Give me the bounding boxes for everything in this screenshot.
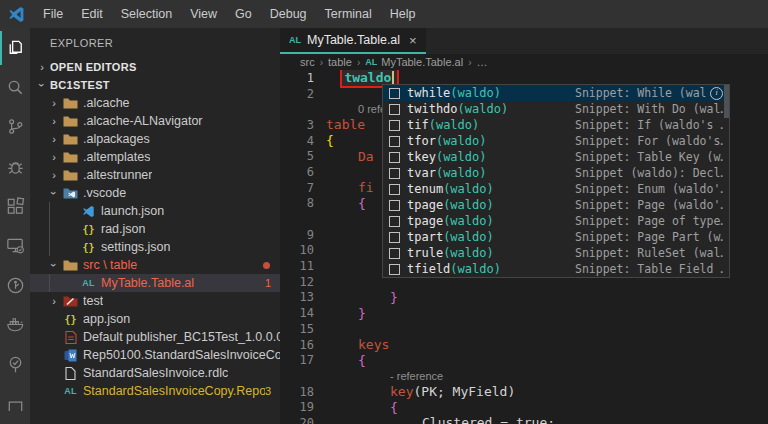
tree-item-test[interactable]: ›test bbox=[30, 292, 280, 310]
explorer-sidebar: EXPLORER ›OPEN EDITORS›BC1STEST›.alcache… bbox=[30, 28, 280, 424]
tree-item-alpackages[interactable]: ›.alpackages bbox=[30, 130, 280, 148]
suggestion-tpage[interactable]: tpage(waldo)Snippet: Page (waldo'… bbox=[383, 197, 729, 213]
menu-terminal[interactable]: Terminal bbox=[316, 7, 381, 21]
breadcrumb-item-table[interactable]: table bbox=[328, 56, 352, 68]
tree-item-mytable-table-al[interactable]: ALMyTable.Table.al1 bbox=[30, 274, 280, 292]
partial-bottom-icon[interactable] bbox=[0, 384, 30, 424]
line-number: 3 bbox=[280, 118, 314, 132]
chevron-right-icon[interactable]: › bbox=[46, 97, 62, 109]
tree-item-altestrunner[interactable]: ›.altestrunner bbox=[30, 166, 280, 184]
suggestion-param: (waldo) bbox=[443, 182, 494, 196]
tree-item-app-json[interactable]: {}app.json bbox=[30, 310, 280, 328]
tree-item-src-table[interactable]: ›src \ table bbox=[30, 256, 280, 274]
menu-edit[interactable]: Edit bbox=[72, 7, 112, 21]
codelens-label[interactable]: - reference bbox=[390, 370, 443, 382]
suggestion-twhile[interactable]: twhile(waldo)Snippet: While (wal…i bbox=[383, 85, 729, 101]
suggestion-tvar[interactable]: tvar(waldo)Snippet (waldo): Decl… bbox=[383, 165, 729, 181]
breadcrumb-separator-icon: › bbox=[468, 57, 471, 68]
tree-item-alcache-alnavigator[interactable]: ›.alcache-ALNavigator bbox=[30, 112, 280, 130]
tree-item-rep50100-standardsalesinvoicecopy-docx[interactable]: Rep50100.StandardSalesInvoiceCopy.docx bbox=[30, 346, 280, 364]
suggestion-detail: Snippet: Table Field … bbox=[575, 262, 723, 276]
suggestion-param: (waldo) bbox=[443, 230, 494, 244]
suggestion-param: (waldo) bbox=[436, 150, 487, 164]
suggest-scrollbar[interactable] bbox=[724, 85, 729, 118]
tree-item-altemplates[interactable]: ›.altemplates bbox=[30, 148, 280, 166]
chevron-down-icon[interactable]: › bbox=[34, 79, 50, 91]
line-number: 15 bbox=[280, 322, 314, 336]
al-icon: AL bbox=[62, 384, 79, 398]
tree-item-vscode[interactable]: ›.vscode bbox=[30, 184, 280, 202]
breadcrumb-item-file[interactable]: MyTable.Table.al bbox=[381, 56, 463, 68]
chevron-right-icon[interactable]: › bbox=[46, 169, 62, 181]
remote-monitor-icon[interactable] bbox=[0, 226, 30, 266]
suggestion-name: trule bbox=[407, 246, 443, 260]
tab-mytable-table-al[interactable]: AL MyTable.Table.al × bbox=[280, 28, 426, 54]
tree-item-launch-json[interactable]: launch.json bbox=[30, 202, 280, 220]
tree-item-default-publisher-bc15test-1-0-0-0-app[interactable]: Default publisher_BC15Test_1.0.0.0.app bbox=[30, 328, 280, 346]
extensions-icon[interactable] bbox=[0, 186, 30, 226]
tree-item-settings-json[interactable]: {}settings.json bbox=[30, 238, 280, 256]
tree-item-bc1stest[interactable]: ›BC1STEST bbox=[30, 76, 280, 94]
suggestion-detail: Snippet: Page (waldo'… bbox=[575, 198, 723, 212]
breadcrumb-tail[interactable]: … bbox=[477, 56, 488, 68]
suggestion-tfor[interactable]: tfor(waldo)Snippet: For (waldo's… bbox=[383, 133, 729, 149]
tree-item-open-editors[interactable]: ›OPEN EDITORS bbox=[30, 58, 280, 76]
debug-icon[interactable] bbox=[0, 147, 30, 187]
tree-item-rad-json[interactable]: {}rad.json bbox=[30, 220, 280, 238]
code-line-17: 17{ bbox=[280, 352, 768, 368]
chevron-right-icon[interactable]: › bbox=[46, 295, 62, 307]
close-icon[interactable]: × bbox=[409, 34, 417, 47]
json-icon: {} bbox=[80, 222, 97, 236]
line-number: 16 bbox=[280, 338, 314, 352]
suggestion-tenum[interactable]: tenum(waldo)Snippet: Enum (waldo'… bbox=[383, 181, 729, 197]
chevron-right-icon[interactable]: › bbox=[46, 133, 62, 145]
explorer-icon[interactable] bbox=[0, 28, 30, 68]
suggestion-param: (waldo) bbox=[436, 166, 487, 180]
snippet-icon bbox=[389, 136, 400, 147]
info-icon[interactable]: i bbox=[710, 87, 723, 100]
vscode-folder-icon bbox=[62, 186, 79, 200]
suggestion-trule[interactable]: trule(waldo)Snippet: RuleSet (wal… bbox=[383, 245, 729, 261]
source-control-icon[interactable] bbox=[0, 107, 30, 147]
line-number: 11 bbox=[280, 259, 314, 273]
circle-branch-icon[interactable] bbox=[0, 266, 30, 306]
line-number: 8 bbox=[280, 196, 314, 210]
menu-view[interactable]: View bbox=[181, 7, 226, 21]
line-content: table bbox=[326, 117, 365, 132]
chevron-down-icon[interactable]: › bbox=[46, 187, 62, 199]
chevron-right-icon[interactable]: › bbox=[34, 61, 50, 73]
code-token: Clustered = true; bbox=[422, 415, 555, 424]
activity-bar bbox=[0, 28, 30, 424]
suggestion-twithdo[interactable]: twithdo(waldo)Snippet: With Do (wal… bbox=[383, 101, 729, 117]
test-tree-icon[interactable] bbox=[0, 345, 30, 385]
tree-item-alcache[interactable]: ›.alcache bbox=[30, 94, 280, 112]
suggestion-label: twithdo(waldo) bbox=[407, 102, 575, 116]
suggestion-detail: Snippet: While (wal… bbox=[575, 86, 706, 100]
suggestion-tpart[interactable]: tpart(waldo)Snippet: Page Part (w… bbox=[383, 229, 729, 245]
code-line-18: 18key(PK; MyField) bbox=[280, 384, 768, 400]
menu-go[interactable]: Go bbox=[226, 7, 261, 21]
suggestion-label: tfor(waldo) bbox=[407, 134, 575, 148]
suggest-widget: twhile(waldo)Snippet: While (wal…itwithd… bbox=[382, 84, 730, 278]
suggestion-name: tvar bbox=[407, 166, 436, 180]
docker-icon[interactable] bbox=[0, 305, 30, 345]
menu-debug[interactable]: Debug bbox=[261, 7, 316, 21]
menu-help[interactable]: Help bbox=[381, 7, 425, 21]
menu-selection[interactable]: Selection bbox=[112, 7, 181, 21]
problem-count-badge: 1 bbox=[265, 277, 271, 289]
tree-item-standardsalesinvoicecopy-report-al[interactable]: ALStandardSalesInvoiceCopy.Report.al3 bbox=[30, 382, 280, 400]
chevron-down-icon[interactable]: › bbox=[46, 259, 62, 271]
tree-item-standardsalesinvoice-rdlc[interactable]: StandardSalesInvoice.rdlc bbox=[30, 364, 280, 382]
menu-file[interactable]: File bbox=[34, 7, 72, 21]
breadcrumb-item-src[interactable]: src bbox=[300, 56, 315, 68]
search-icon[interactable] bbox=[0, 68, 30, 108]
chevron-right-icon[interactable]: › bbox=[46, 115, 62, 127]
line-number: 7 bbox=[280, 181, 314, 195]
code-line-16: 16keys bbox=[280, 337, 768, 353]
suggestion-tif[interactable]: tif(waldo)Snippet: If (waldo's … bbox=[383, 117, 729, 133]
suggestion-tpage[interactable]: tpage(waldo)Snippet: Page of type… bbox=[383, 213, 729, 229]
chevron-right-icon[interactable]: › bbox=[46, 151, 62, 163]
suggestion-tfield[interactable]: tfield(waldo)Snippet: Table Field … bbox=[383, 261, 729, 277]
al-icon: AL bbox=[80, 276, 97, 290]
suggestion-tkey[interactable]: tkey(waldo)Snippet: Table Key (w… bbox=[383, 149, 729, 165]
